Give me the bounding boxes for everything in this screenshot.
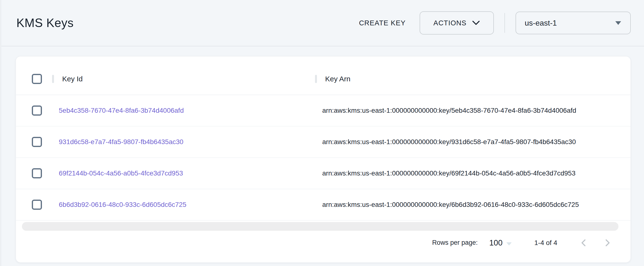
chevron-down-icon (472, 20, 480, 26)
table-row[interactable]: 931d6c58-e7a7-4fa5-9807-fb4b6435ac30 arn… (16, 126, 630, 158)
pagination-bar: Rows per page: 100 1-4 of 4 (16, 233, 630, 262)
key-id-link[interactable]: 5eb4c358-7670-47e4-8fa6-3b74d4006afd (59, 107, 184, 114)
region-selector[interactable]: us-east-1 (516, 12, 631, 34)
checkbox-cell (16, 200, 52, 210)
horizontal-scroll-zone (16, 221, 630, 233)
page-header: KMS Keys CREATE KEY ACTIONS us-east-1 (2, 0, 644, 46)
column-header-key-arn[interactable]: Key Arn (315, 75, 630, 83)
row-checkbox[interactable] (32, 200, 42, 210)
chevron-right-icon (603, 238, 612, 247)
key-id-link[interactable]: 69f2144b-054c-4a56-a0b5-4fce3d7cd953 (59, 170, 183, 177)
page-title: KMS Keys (16, 16, 74, 30)
rows-per-page-value: 100 (489, 239, 502, 247)
select-all-checkbox[interactable] (32, 74, 42, 84)
table-row[interactable]: 6b6d3b92-0616-48c0-933c-6d605dc6c725 arn… (16, 189, 630, 221)
region-selector-value: us-east-1 (525, 19, 557, 28)
key-arn-cell: arn:aws:kms:us-east-1:000000000000:key/9… (315, 138, 630, 146)
chevron-left-icon (580, 238, 588, 247)
triangle-down-icon (615, 21, 621, 25)
table-row[interactable]: 5eb4c358-7670-47e4-8fa6-3b74d4006afd arn… (16, 95, 630, 126)
row-checkbox[interactable] (32, 168, 42, 178)
create-key-button[interactable]: CREATE KEY (353, 15, 412, 31)
key-arn-cell: arn:aws:kms:us-east-1:000000000000:key/6… (315, 170, 630, 177)
column-header-key-id[interactable]: Key Id (52, 75, 315, 83)
header-checkbox-cell (16, 74, 52, 84)
key-id-cell: 6b6d3b92-0616-48c0-933c-6d605dc6c725 (52, 201, 315, 209)
column-header-label: Key Arn (325, 75, 350, 83)
key-arn-cell: arn:aws:kms:us-east-1:000000000000:key/6… (315, 201, 630, 209)
rows-per-page-label: Rows per page: (432, 239, 478, 246)
key-arn-cell: arn:aws:kms:us-east-1:000000000000:key/5… (315, 107, 630, 114)
checkbox-cell (16, 168, 52, 178)
rows-per-page-select[interactable]: 100 (489, 239, 512, 247)
previous-page-button[interactable] (580, 238, 588, 247)
checkbox-cell (16, 105, 52, 116)
actions-button-label: ACTIONS (433, 19, 466, 27)
key-id-link[interactable]: 931d6c58-e7a7-4fa5-9807-fb4b6435ac30 (59, 138, 184, 146)
table-header-row: Key Id Key Arn (16, 57, 630, 95)
actions-button[interactable]: ACTIONS (420, 11, 494, 35)
caret-down-icon (506, 242, 512, 245)
column-separator (52, 75, 54, 83)
pagination-range-label: 1-4 of 4 (534, 239, 557, 247)
next-page-button[interactable] (603, 238, 612, 247)
checkbox-cell (16, 137, 52, 147)
header-divider (504, 13, 505, 33)
table-row[interactable]: 69f2144b-054c-4a56-a0b5-4fce3d7cd953 arn… (16, 158, 630, 189)
key-id-cell: 69f2144b-054c-4a56-a0b5-4fce3d7cd953 (52, 170, 315, 177)
content-left-border (0, 0, 1, 266)
key-id-link[interactable]: 6b6d3b92-0616-48c0-933c-6d605dc6c725 (59, 201, 186, 208)
horizontal-scrollbar-thumb[interactable] (22, 222, 618, 231)
row-checkbox[interactable] (32, 105, 42, 116)
row-checkbox[interactable] (32, 137, 42, 147)
kms-keys-table-card: Key Id Key Arn 5eb4c358-7670-47e4-8fa6-3… (16, 56, 631, 263)
key-id-cell: 931d6c58-e7a7-4fa5-9807-fb4b6435ac30 (52, 138, 315, 146)
key-id-cell: 5eb4c358-7670-47e4-8fa6-3b74d4006afd (52, 107, 315, 114)
column-header-label: Key Id (62, 75, 83, 83)
column-separator (315, 75, 317, 83)
